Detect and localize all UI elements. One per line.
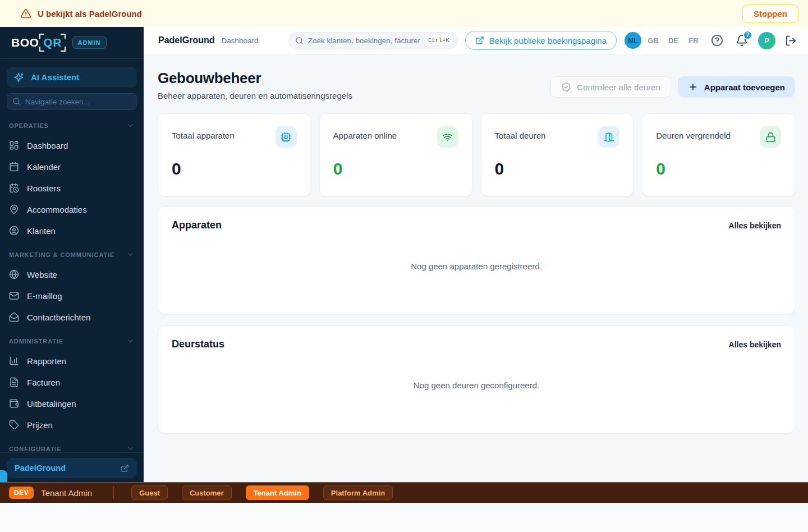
empty-state-text: Nog geen apparaten geregistreerd. [172, 231, 781, 301]
page-title: Gebouwbeheer [158, 70, 352, 87]
sidebar-item-accommodaties[interactable]: Accommodaties [0, 199, 144, 220]
stat-icon-box [760, 126, 781, 148]
qr-frame: QR [39, 34, 66, 52]
panel-apparaten: ApparatenAlles bekijkenNog geen apparate… [158, 207, 795, 314]
sidebar-item-prijzen[interactable]: Prijzen [0, 414, 144, 435]
mail-open-icon [9, 312, 19, 322]
help-icon[interactable] [711, 34, 723, 47]
stat-value: 0 [656, 159, 781, 178]
breadcrumb-page: Dashboard [221, 36, 258, 45]
stat-label: Apparaten online [333, 126, 397, 140]
sidebar-item-roosters[interactable]: Roosters [0, 177, 144, 199]
app-root: U bekijkt als PadelGround Stoppen BOOQR … [0, 0, 808, 532]
stat-icon-box [598, 126, 619, 148]
tenant-link-label: PadelGround [15, 464, 66, 473]
add-device-button[interactable]: Apparaat toevoegen [678, 76, 795, 98]
sidebar-section-header-marketing-communicatie[interactable]: MARKETING & COMMUNICATIE [0, 241, 144, 264]
sidebar-item-klanten[interactable]: Klanten [0, 220, 144, 241]
language-nl[interactable]: NL [625, 32, 641, 49]
sidebar-section-header-configuratie[interactable]: CONFIGURATIE [0, 435, 144, 452]
bar-chart-icon [9, 356, 19, 366]
calendar-icon [9, 162, 19, 172]
global-search: Ctrl+K [288, 32, 458, 49]
sidebar-section-header-operaties[interactable]: OPERATIES [0, 112, 144, 135]
plus-icon [688, 82, 698, 92]
stat-label: Deuren vergrendeld [656, 126, 731, 140]
panel-deurstatus: DeurstatusAlles bekijkenNog geen deuren … [158, 325, 795, 433]
cpu-icon [281, 132, 291, 143]
role-button-platform-admin[interactable]: Platform Admin [323, 485, 393, 500]
page-content: Gebouwbeheer Beheer apparaten, deuren en… [144, 54, 808, 482]
mail-icon [9, 291, 19, 301]
impersonation-banner: U bekijkt als PadelGround Stoppen [0, 0, 808, 27]
sidebar-item-ai-assistent[interactable]: AI Assistent [7, 67, 137, 88]
top-navigation: PadelGround Dashboard Ctrl+K Bekijk publ… [144, 27, 808, 54]
main-column: PadelGround Dashboard Ctrl+K Bekijk publ… [144, 27, 808, 482]
chevron-down-icon [126, 250, 135, 259]
external-link-icon [475, 36, 484, 45]
sidebar-item-label: Dashboard [27, 141, 68, 150]
sidebar-item-label: Roosters [27, 184, 61, 193]
language-fr[interactable]: FR [685, 32, 702, 49]
stat-value: 0 [495, 159, 620, 178]
notifications-button[interactable]: 7 [736, 34, 748, 47]
tenant-link-padelground[interactable]: PadelGround [7, 458, 137, 478]
footer-strip [0, 503, 808, 532]
sidebar-search [7, 93, 137, 110]
sidebar-item-e-maillog[interactable]: E-maillog [0, 285, 144, 306]
sidebar-item-kalender[interactable]: Kalender [0, 156, 144, 177]
sidebar-item-label: Uitbetalingen [27, 399, 76, 409]
booqr-logo[interactable]: BOOQR [11, 34, 66, 52]
language-gb[interactable]: GB [645, 32, 662, 49]
role-button-guest[interactable]: Guest [131, 485, 168, 500]
stat-label: Totaal apparaten [172, 126, 235, 140]
sidebar-search-input[interactable] [7, 93, 137, 110]
view-all-link-deurstatus[interactable]: Alles bekijken [729, 340, 781, 349]
section-label: CONFIGURATIE [9, 446, 62, 452]
stat-label: Totaal deuren [495, 126, 546, 140]
impersonation-message: U bekijkt als PadelGround [38, 9, 142, 19]
sparkles-icon [13, 72, 24, 82]
map-pin-icon [9, 204, 19, 214]
language-switcher: NLGBDEFR [625, 32, 702, 49]
chevron-down-icon [126, 444, 135, 452]
lock-icon [765, 132, 776, 143]
sidebar-item-label: Klanten [27, 226, 56, 236]
sidebar-item-facturen[interactable]: Facturen [0, 372, 144, 393]
role-button-tenant-admin[interactable]: Tenant Admin [246, 485, 309, 500]
sidebar-section-configuratie: CONFIGURATIE [0, 435, 144, 452]
stat-card-totaal-apparaten: Totaal apparaten0 [158, 113, 311, 196]
panel-title: Deurstatus [172, 338, 224, 350]
sidebar-item-website[interactable]: Website [0, 264, 144, 285]
public-booking-page-button[interactable]: Bekijk publieke boekingspagina [465, 31, 617, 50]
language-de[interactable]: DE [665, 32, 682, 49]
sidebar-item-label: Website [27, 270, 57, 279]
sidebar-section-marketing-communicatie: MARKETING & COMMUNICATIEWebsiteE-maillog… [0, 241, 144, 328]
stop-impersonation-button[interactable]: Stoppen [742, 4, 798, 23]
sidebar-item-label: Rapporten [27, 356, 66, 366]
section-label: MARKETING & COMMUNICATIE [9, 251, 114, 258]
sidebar-item-dashboard[interactable]: Dashboard [0, 135, 144, 156]
sidebar-item-rapporten[interactable]: Rapporten [0, 350, 144, 372]
stat-icon-box [276, 126, 297, 148]
sidebar-item-label: Kalender [27, 162, 61, 172]
breadcrumb-tenant[interactable]: PadelGround [158, 35, 214, 45]
logout-icon[interactable] [785, 35, 797, 47]
notification-badge: 7 [743, 30, 752, 40]
avatar[interactable]: P [758, 32, 775, 49]
role-button-customer[interactable]: Customer [182, 485, 232, 500]
chevron-down-icon [126, 337, 135, 345]
view-all-link-apparaten[interactable]: Alles bekijken [729, 221, 781, 230]
sidebar-section-header-administratie[interactable]: ADMINISTRATIE [0, 328, 144, 350]
globe-icon [9, 269, 19, 279]
warning-triangle-icon [20, 8, 31, 19]
shortcut-hint: Ctrl+K [424, 35, 454, 46]
sidebar-item-contactberichten[interactable]: Contactberichten [0, 306, 144, 328]
sidebar-footer: PadelGround [0, 452, 144, 482]
panels: ApparatenAlles bekijkenNog geen apparate… [158, 207, 795, 433]
admin-badge: ADMIN [72, 36, 107, 49]
check-all-doors-button[interactable]: Controleer alle deuren [550, 76, 671, 98]
sidebar-item-uitbetalingen[interactable]: Uitbetalingen [0, 393, 144, 414]
panel-title: Apparaten [172, 219, 222, 231]
sidebar-item-label: Accommodaties [27, 205, 87, 214]
